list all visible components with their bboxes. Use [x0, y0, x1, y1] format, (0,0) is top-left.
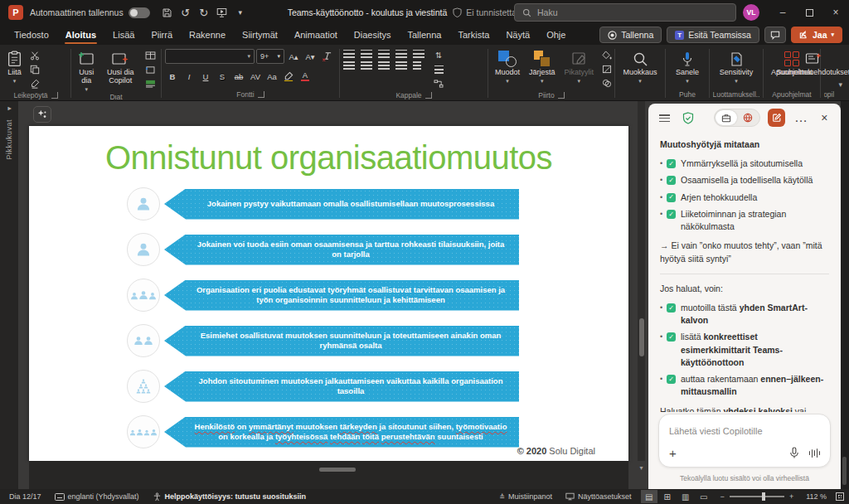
- vertical-scrollbar[interactable]: [639, 318, 644, 356]
- ribbon-tab[interactable]: Siirtymät: [235, 27, 285, 42]
- bullets-icon[interactable]: [343, 50, 355, 58]
- autosave-toggle[interactable]: [129, 7, 150, 18]
- restore-button[interactable]: [796, 0, 822, 25]
- ribbon-tab[interactable]: Piirrä: [143, 27, 180, 42]
- minimize-button[interactable]: –: [769, 0, 796, 25]
- redo-icon[interactable]: ↻: [195, 3, 213, 22]
- quick-styles-button[interactable]: Pikatyylit▾: [561, 47, 598, 86]
- paste-button[interactable]: Liitä▾: [4, 47, 25, 86]
- slide-banner-row[interactable]: Johdon sitoutuminen muutoksen jalkauttam…: [29, 370, 628, 403]
- zoom-slider-thumb[interactable]: [762, 492, 765, 501]
- font-size-select[interactable]: 9+▾: [256, 49, 284, 64]
- grow-font-icon[interactable]: A▴: [286, 51, 301, 63]
- increase-indent-icon[interactable]: [395, 50, 407, 58]
- ribbon-tab[interactable]: Animaatiot: [287, 27, 345, 42]
- save-icon[interactable]: [158, 3, 177, 22]
- align-right-icon[interactable]: [378, 61, 390, 70]
- font-color-icon[interactable]: A: [298, 70, 313, 83]
- banner-shape[interactable]: Jokainen pystyy vaikuttamaan omalla osal…: [164, 189, 519, 220]
- start-presentation-icon[interactable]: [213, 3, 231, 22]
- ribbon-tab[interactable]: Tiedosto: [7, 27, 56, 42]
- slide-banner-row[interactable]: Henkilöstö on ymmärtänyt muutoksen tärke…: [29, 415, 628, 448]
- share-button[interactable]: Jaa ▾: [791, 27, 842, 43]
- font-dialog-launcher-icon[interactable]: [258, 91, 264, 98]
- copilot-input-card[interactable]: +: [658, 414, 831, 468]
- editing-button[interactable]: Muokkaus▾: [619, 47, 660, 86]
- close-panel-icon[interactable]: ×: [817, 109, 832, 126]
- accessibility-checker[interactable]: Helppokäyttöisyys: tutustu suosituksiin: [148, 492, 311, 502]
- copy-icon[interactable]: [27, 63, 42, 75]
- justify-icon[interactable]: [395, 61, 407, 70]
- banner-shape[interactable]: Organisaation eri puolia edustavat työry…: [164, 280, 519, 311]
- present-in-teams-button[interactable]: T Esitä Teamsissa: [667, 27, 759, 43]
- thumbnails-strip[interactable]: ▾ Pikkukuvat: [0, 101, 18, 489]
- more-options-icon[interactable]: …: [793, 109, 808, 126]
- shapes-button[interactable]: Muodot▾: [492, 47, 523, 86]
- banner-shape[interactable]: Jokainen voi tuoda esiin oman osaamisens…: [164, 235, 519, 265]
- expand-thumbnails-icon[interactable]: ▾: [5, 107, 13, 111]
- bold-icon[interactable]: B: [165, 70, 180, 83]
- slide-title[interactable]: Onnistunut organisaatiomuutos: [29, 139, 628, 177]
- shrink-font-icon[interactable]: A▾: [303, 51, 318, 63]
- text-direction-icon[interactable]: ⇅: [431, 49, 446, 61]
- record-button[interactable]: Tallenna: [599, 27, 662, 43]
- italic-icon[interactable]: I: [182, 70, 196, 83]
- design-ideas-button[interactable]: [33, 106, 51, 123]
- autosave-control[interactable]: Automaattinen tallennus: [30, 7, 150, 18]
- decrease-indent-icon[interactable]: [378, 50, 390, 58]
- new-slide-copilot-button[interactable]: Uusi dia Copilot: [100, 47, 140, 88]
- ribbon-tab[interactable]: Aloitus: [58, 27, 104, 42]
- underline-icon[interactable]: U: [198, 70, 213, 83]
- sensitivity-button[interactable]: Sensitivity▾: [716, 47, 757, 86]
- language-selector[interactable]: englanti (Yhdysvallat): [51, 492, 143, 501]
- zoom-slider[interactable]: − +: [720, 492, 794, 501]
- vertical-scroll-track[interactable]: [638, 101, 645, 461]
- close-button[interactable]: ×: [822, 0, 849, 25]
- align-left-icon[interactable]: [343, 61, 355, 70]
- slide-sorter-view-icon[interactable]: ⊞: [659, 490, 676, 503]
- copilot-message-input[interactable]: [669, 426, 820, 436]
- slide-indicator[interactable]: Dia 12/17: [5, 492, 46, 501]
- voice-mode-icon[interactable]: [809, 448, 821, 458]
- highlight-icon[interactable]: [281, 70, 296, 83]
- slide-banner-row[interactable]: Jokainen voi tuoda esiin oman osaamisens…: [29, 233, 628, 266]
- paragraph-dialog-launcher-icon[interactable]: [425, 92, 432, 99]
- ribbon-collapse-icon[interactable]: ▾: [837, 46, 847, 100]
- display-settings[interactable]: Näyttöasetukset: [561, 492, 636, 501]
- clipboard-dialog-launcher-icon[interactable]: [51, 92, 58, 99]
- drawing-dialog-launcher-icon[interactable]: [558, 92, 565, 99]
- strikethrough-icon[interactable]: ab: [231, 70, 246, 83]
- banner-shape[interactable]: Esimiehet osallistuvat muutoksen suunnit…: [164, 326, 519, 356]
- new-chat-button[interactable]: [768, 109, 785, 127]
- account-avatar[interactable]: VL: [743, 4, 759, 21]
- comments-button[interactable]: [764, 27, 786, 43]
- ribbon-tab[interactable]: Rakenne: [182, 27, 233, 42]
- scroll-down-icon[interactable]: ▾: [638, 464, 645, 472]
- menu-icon[interactable]: [657, 109, 672, 126]
- reading-view-icon[interactable]: ▥: [677, 490, 694, 503]
- ribbon-tab[interactable]: Diaesitys: [347, 27, 399, 42]
- section-icon[interactable]: [143, 77, 158, 90]
- slide-banner-row[interactable]: Organisaation eri puolia edustavat työry…: [29, 279, 628, 312]
- slide-layout-icon[interactable]: [143, 49, 158, 61]
- copilot-mode-toggle[interactable]: [714, 109, 760, 127]
- ribbon-tab[interactable]: Näytä: [498, 27, 537, 42]
- undo-icon[interactable]: ↺: [177, 3, 195, 22]
- shield-check-icon[interactable]: [680, 109, 696, 126]
- arrange-button[interactable]: Järjestä▾: [526, 47, 559, 86]
- zoom-level[interactable]: 112 %: [802, 492, 831, 501]
- zoom-in-icon[interactable]: +: [789, 492, 793, 501]
- zoom-out-icon[interactable]: −: [720, 492, 725, 501]
- attach-plus-icon[interactable]: +: [669, 446, 677, 460]
- microphone-input-icon[interactable]: [789, 447, 799, 459]
- columns-icon[interactable]: [413, 61, 421, 70]
- slide-banner-row[interactable]: Esimiehet osallistuvat muutoksen suunnit…: [29, 324, 628, 357]
- banner-shape[interactable]: Henkilöstö on ymmärtänyt muutoksen tärke…: [164, 417, 519, 448]
- search-input[interactable]: Haku: [514, 3, 736, 22]
- align-center-icon[interactable]: [361, 61, 372, 70]
- convert-smartart-icon[interactable]: [431, 77, 446, 90]
- new-slide-button[interactable]: Uusi dia▾: [75, 47, 98, 94]
- reset-slide-icon[interactable]: [143, 63, 158, 75]
- ribbon-tab[interactable]: Tallenna: [400, 27, 449, 42]
- shape-outline-icon[interactable]: [599, 63, 614, 75]
